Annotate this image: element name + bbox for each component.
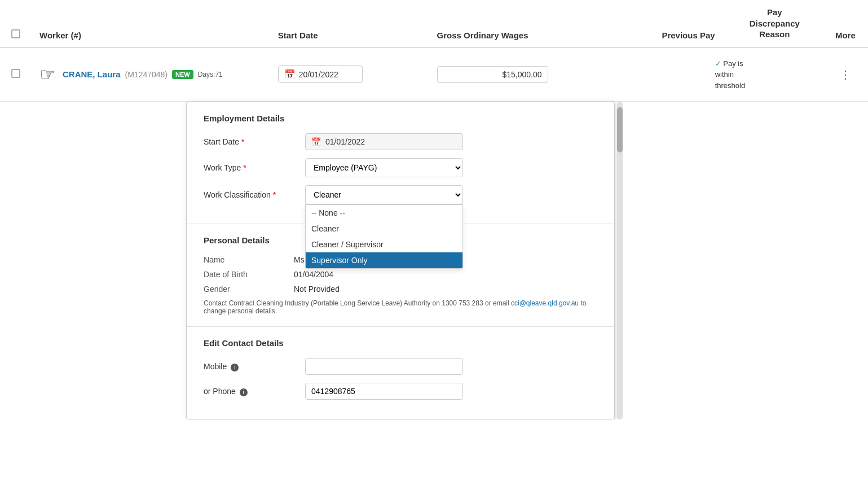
worker-name[interactable]: CRANE, Laura — [63, 69, 121, 79]
required-star-3: * — [273, 190, 276, 199]
table-header: Worker (#) Start Date Gross Ordinary Wag… — [0, 0, 868, 48]
table-row: ☞ CRANE, Laura (M1247048) NEW Days:71 📅 … — [0, 48, 868, 102]
start-date-cell: 📅 20/01/2022 — [278, 65, 437, 83]
cursor-hand-icon: ☞ — [39, 64, 56, 85]
mobile-label: Mobile i — [204, 362, 305, 371]
mobile-info-icon[interactable]: i — [231, 364, 239, 371]
wages-input[interactable] — [437, 66, 548, 83]
header-prev-pay: Previous Pay — [596, 30, 715, 40]
start-date-row: Start Date * 📅 01/01/2022 — [204, 133, 597, 150]
work-classification-row: Work Classification * Cleaner -- None --… — [204, 185, 597, 204]
classification-dropdown-wrapper: Cleaner -- None -- Cleaner Cleaner / Sup… — [305, 185, 463, 204]
header-check — [11, 29, 39, 40]
phone-field — [305, 383, 597, 400]
mobile-input[interactable] — [305, 358, 463, 375]
gender-value: Not Provided — [294, 285, 340, 294]
phone-label: or Phone i — [204, 387, 305, 396]
row-checkbox-wrapper — [11, 69, 39, 80]
gender-label: Gender — [204, 285, 294, 294]
work-classification-select[interactable]: Cleaner — [305, 185, 463, 204]
select-all-checkbox[interactable] — [11, 29, 20, 38]
dob-label: Date of Birth — [204, 270, 294, 279]
edit-contact-title: Edit Contact Details — [204, 338, 597, 348]
header-discrepancy: PayDiscrepancyReason — [715, 7, 834, 40]
work-type-label: Work Type * — [204, 163, 305, 172]
detail-panel: Employment Details Start Date * 📅 01/01/… — [186, 102, 615, 419]
classification-dropdown-list: -- None -- Cleaner Cleaner / Supervisor … — [305, 204, 463, 269]
contact-email-link[interactable]: cci@qleave.qld.gov.au — [511, 299, 579, 307]
header-more: More — [834, 30, 857, 40]
mobile-field — [305, 358, 597, 375]
phone-input[interactable] — [305, 383, 463, 400]
header-worker: Worker (#) — [39, 30, 278, 40]
employment-section: Employment Details Start Date * 📅 01/01/… — [187, 102, 614, 224]
required-star: * — [241, 137, 244, 146]
wages-cell — [437, 66, 596, 83]
new-badge: NEW — [172, 70, 193, 79]
start-date-input[interactable]: 📅 20/01/2022 — [278, 65, 363, 83]
panel-body: Employment Details Start Date * 📅 01/01/… — [186, 102, 615, 419]
work-type-row: Work Type * Employee (PAYG) — [204, 158, 597, 177]
required-star-2: * — [243, 163, 246, 172]
option-cleaner-supervisor[interactable]: Cleaner / Supervisor — [306, 237, 462, 252]
worker-id: (M1247048) — [125, 70, 168, 79]
contact-info-text: Contact Contract Cleaning Industry (Port… — [204, 299, 597, 315]
row-checkbox[interactable] — [11, 69, 20, 78]
phone-info-icon[interactable]: i — [240, 388, 248, 396]
start-date-field: 📅 01/01/2022 — [305, 133, 597, 150]
mobile-row: Mobile i — [204, 358, 597, 375]
edit-contact-section: Edit Contact Details Mobile i or Phone i — [187, 327, 614, 419]
work-classification-field: Cleaner -- None -- Cleaner Cleaner / Sup… — [305, 185, 597, 204]
panel-start-date-input[interactable]: 📅 01/01/2022 — [305, 133, 463, 150]
dob-row: Date of Birth 01/04/2004 — [204, 270, 597, 279]
more-menu-button[interactable]: ⋮ — [834, 68, 857, 81]
name-label: Name — [204, 255, 294, 264]
calendar-icon-panel: 📅 — [311, 137, 321, 146]
option-none[interactable]: -- None -- — [306, 205, 462, 221]
phone-row: or Phone i — [204, 383, 597, 400]
header-wages: Gross Ordinary Wages — [437, 30, 596, 40]
days-badge: Days:71 — [198, 71, 223, 78]
option-supervisor-only[interactable]: Supervisor Only — [306, 252, 462, 268]
discrepancy-cell: ✓ Pay iswithinthreshold — [715, 58, 834, 91]
option-cleaner-item[interactable]: Cleaner — [306, 221, 462, 237]
header-start-date: Start Date — [278, 30, 437, 40]
work-classification-label: Work Classification * — [204, 190, 305, 199]
calendar-icon: 📅 — [284, 69, 296, 80]
scrollbar-thumb[interactable] — [617, 107, 623, 152]
worker-cell: ☞ CRANE, Laura (M1247048) NEW Days:71 — [39, 64, 278, 85]
start-date-value: 20/01/2022 — [299, 70, 338, 79]
start-date-label: Start Date * — [204, 137, 305, 146]
panel-start-date-value: 01/01/2022 — [325, 137, 365, 146]
discrepancy-check-icon: ✓ — [715, 59, 721, 68]
employment-title: Employment Details — [204, 113, 597, 123]
dob-value: 01/04/2004 — [294, 270, 333, 279]
gender-row: Gender Not Provided — [204, 285, 597, 294]
work-type-select[interactable]: Employee (PAYG) — [305, 158, 463, 177]
scrollbar-track — [617, 102, 623, 419]
work-type-field: Employee (PAYG) — [305, 158, 597, 177]
